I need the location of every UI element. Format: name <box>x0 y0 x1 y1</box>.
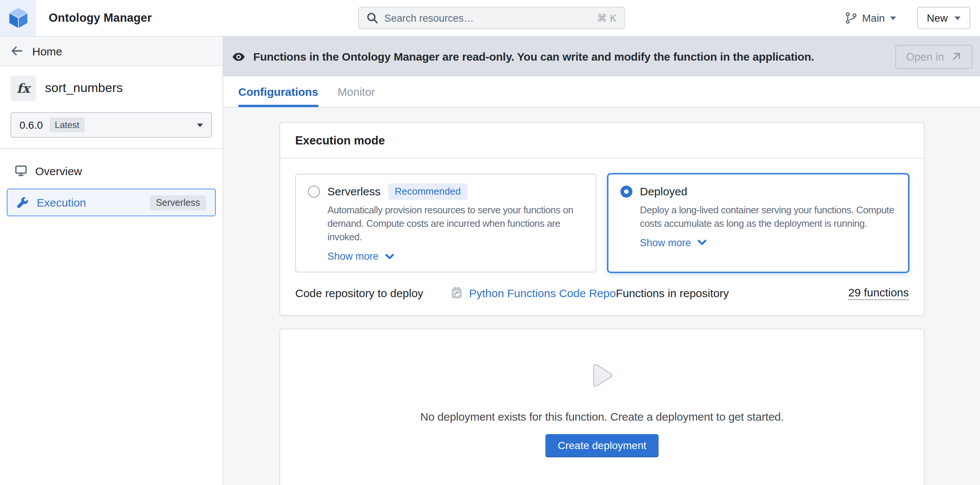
tab-bar: Configurations Monitor <box>223 76 980 108</box>
banner-text: Functions in the Ontology Manager are re… <box>253 50 814 63</box>
app: Ontology Manager ⌘ K Main New <box>0 0 980 485</box>
sidebar-item-label: Execution <box>37 196 86 209</box>
cube-icon <box>8 7 28 29</box>
option-title: Deployed <box>640 185 687 198</box>
python-repo-icon <box>450 287 463 300</box>
option-deployed[interactable]: Deployed Deploy a long-lived container s… <box>608 174 909 272</box>
recommended-badge: Recommended <box>388 183 468 200</box>
show-more-label: Show more <box>328 251 379 262</box>
show-more-deployed[interactable]: Show more <box>640 236 896 250</box>
radio-serverless[interactable] <box>308 185 320 197</box>
serverless-badge: Serverless <box>150 195 206 210</box>
repo-info-row: Code repository to deploy <box>295 283 909 303</box>
sidebar: Home fx sort_numbers 0.6.0 Latest Overv <box>0 36 223 485</box>
app-logo[interactable] <box>0 0 36 36</box>
monitor-icon <box>15 165 27 177</box>
home-label: Home <box>32 44 62 57</box>
new-button[interactable]: New <box>917 7 970 29</box>
search-box[interactable]: ⌘ K <box>358 7 625 29</box>
git-branch-icon <box>845 12 857 24</box>
deployment-card: No deployment exists for this function. … <box>280 328 924 485</box>
arrow-top-right-icon <box>951 51 962 62</box>
eye-icon <box>232 50 246 63</box>
repo-label: Code repository to deploy <box>295 286 423 299</box>
show-more-label: Show more <box>640 237 691 249</box>
execution-mode-card: Execution mode Serverless Recommended Au… <box>280 122 924 315</box>
readonly-banner: Functions in the Ontology Manager are re… <box>223 36 980 76</box>
search-shortcut: ⌘ K <box>597 12 617 24</box>
show-more-serverless[interactable]: Show more <box>328 250 584 263</box>
functions-count[interactable]: 29 functions <box>848 286 909 300</box>
repo-link[interactable]: Python Functions Code Repo <box>469 287 616 300</box>
search-icon <box>366 12 379 24</box>
option-serverless[interactable]: Serverless Recommended Automatically pro… <box>295 174 597 272</box>
arrow-left-icon <box>11 45 23 57</box>
chevron-down-icon <box>890 16 896 20</box>
sidebar-nav: Overview Execution Serverless <box>0 149 223 227</box>
content-area: Execution mode Serverless Recommended Au… <box>223 108 980 485</box>
sidebar-item-overview[interactable]: Overview <box>7 159 216 182</box>
radio-deployed[interactable] <box>620 185 632 197</box>
option-title: Serverless <box>328 185 380 198</box>
create-deployment-button[interactable]: Create deployment <box>546 434 659 457</box>
topbar-right: Main New <box>845 7 980 29</box>
option-description: Deploy a long-lived container serving yo… <box>640 204 896 231</box>
search-input[interactable] <box>384 12 591 24</box>
play-icon <box>588 360 616 390</box>
top-bar: Ontology Manager ⌘ K Main New <box>0 0 980 36</box>
functions-in-repo-label: Functions in repository <box>616 286 729 299</box>
tab-configurations[interactable]: Configurations <box>238 76 318 107</box>
branch-label: Main <box>862 12 885 24</box>
chevron-down-icon <box>698 240 707 246</box>
option-description: Automatically provision resources to ser… <box>328 204 584 244</box>
open-in-button[interactable]: Open in <box>895 44 972 68</box>
function-name: sort_numbers <box>45 81 123 96</box>
chevron-down-icon <box>197 123 203 127</box>
function-header: fx sort_numbers <box>0 66 223 110</box>
function-icon: fx <box>11 76 36 101</box>
sidebar-item-label: Overview <box>35 164 82 177</box>
execution-mode-title: Execution mode <box>280 123 924 158</box>
empty-state-text: No deployment exists for this function. … <box>415 408 789 424</box>
sidebar-item-execution[interactable]: Execution Serverless <box>7 189 216 216</box>
wrench-icon <box>16 197 29 208</box>
app-title: Ontology Manager <box>49 11 152 25</box>
latest-tag: Latest <box>49 117 84 133</box>
back-home-button[interactable]: Home <box>0 36 223 66</box>
new-button-label: New <box>927 12 948 24</box>
branch-selector[interactable]: Main <box>845 12 896 24</box>
chevron-down-icon <box>385 254 395 259</box>
tab-monitor[interactable]: Monitor <box>337 76 375 107</box>
chevron-down-icon <box>955 16 961 20</box>
open-in-label: Open in <box>906 51 944 62</box>
version-number: 0.6.0 <box>19 119 43 131</box>
main-area: Functions in the Ontology Manager are re… <box>223 36 980 485</box>
version-select[interactable]: 0.6.0 Latest <box>11 112 212 138</box>
